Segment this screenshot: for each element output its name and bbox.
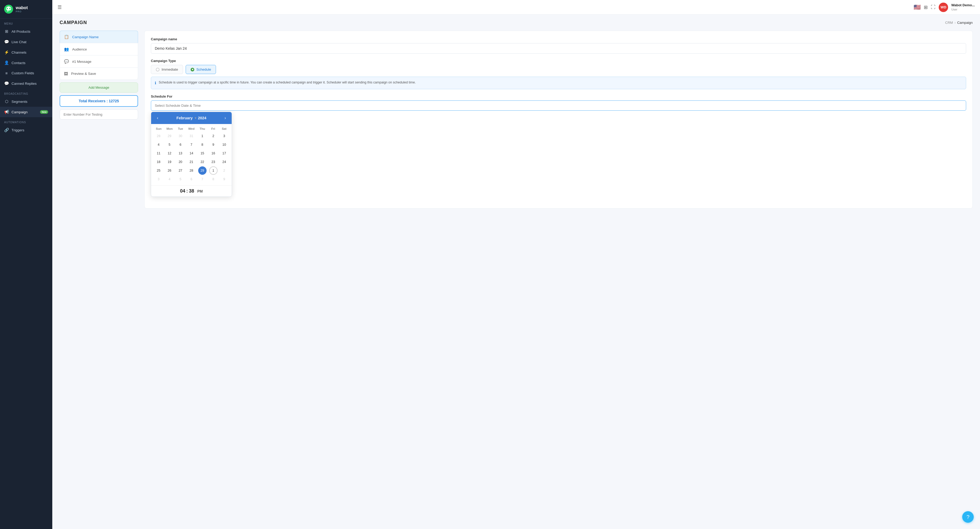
- support-button[interactable]: ?: [962, 511, 974, 523]
- user-avatar[interactable]: WD: [939, 3, 948, 12]
- cal-day[interactable]: 7: [187, 140, 196, 149]
- step-label: Audience: [72, 47, 87, 51]
- campaign-name-group: Campaign name: [151, 37, 966, 54]
- cal-day[interactable]: 22: [198, 158, 207, 166]
- cal-day[interactable]: 8: [198, 140, 207, 149]
- step-audience[interactable]: 👥 Audience: [60, 43, 138, 55]
- calendar-days-header: Sun Mon Tue Wed Thu Fri Sat: [153, 126, 229, 131]
- campaign-icon: 📢: [4, 110, 9, 114]
- calendar-prev-button[interactable]: ‹: [155, 115, 160, 121]
- sidebar-item-all-products[interactable]: ⊞ All Products: [0, 26, 52, 37]
- time-minutes[interactable]: 38: [189, 188, 194, 194]
- cal-day[interactable]: 7: [198, 175, 207, 183]
- cal-day[interactable]: 24: [220, 158, 229, 166]
- fullscreen-icon[interactable]: ⛶: [931, 5, 935, 10]
- cal-day[interactable]: 2: [209, 132, 218, 140]
- cal-day[interactable]: 4: [154, 140, 163, 149]
- cal-day[interactable]: 31: [187, 132, 196, 140]
- sidebar-item-campaign[interactable]: 📢 Campaign New: [0, 107, 52, 117]
- cal-day[interactable]: 1: [198, 132, 207, 140]
- cal-day[interactable]: 5: [165, 140, 173, 149]
- calendar-year: 2024: [198, 116, 206, 120]
- cal-day[interactable]: 30: [176, 132, 185, 140]
- user-info[interactable]: Wabot Demo... User: [951, 3, 975, 11]
- cal-day[interactable]: 27: [176, 166, 185, 175]
- page-area: CAMPAIGN CRM › Campaign 📋 Campaign Name …: [52, 14, 980, 529]
- time-ampm[interactable]: PM: [197, 189, 203, 193]
- cal-day[interactable]: 13: [176, 149, 185, 158]
- time-hours[interactable]: 04: [180, 188, 185, 194]
- sidebar-item-channels[interactable]: ⚡ Channels: [0, 47, 52, 57]
- cal-day[interactable]: 2: [220, 166, 229, 175]
- cal-day[interactable]: 16: [209, 149, 218, 158]
- campaign-type-radio-group: Immediate Schedule: [151, 65, 966, 74]
- sidebar-item-label: Custom Fields: [11, 71, 34, 75]
- cal-day[interactable]: 21: [187, 158, 196, 166]
- day-header-thu: Thu: [197, 127, 208, 130]
- cal-day[interactable]: 6: [187, 175, 196, 183]
- add-message-button[interactable]: Add Message: [60, 83, 138, 92]
- campaign-layout: 📋 Campaign Name 👥 Audience 💬 #1 Message …: [60, 30, 973, 209]
- sidebar-item-live-chat[interactable]: 💬 Live Chat: [0, 37, 52, 47]
- cal-day[interactable]: 18: [154, 158, 163, 166]
- cal-day-today[interactable]: 29: [198, 166, 207, 175]
- cal-day[interactable]: 28: [187, 166, 196, 175]
- time-colon: :: [186, 188, 188, 194]
- cal-day[interactable]: 9: [209, 140, 218, 149]
- radio-schedule[interactable]: Schedule: [186, 65, 216, 74]
- steps-panel: 📋 Campaign Name 👥 Audience 💬 #1 Message …: [60, 30, 138, 120]
- total-receivers-button[interactable]: Total Receivers : 12725: [60, 95, 138, 107]
- calendar-popup: ‹ February ▾ 2024 › Sun Mon: [151, 112, 232, 197]
- campaign-name-input[interactable]: [151, 43, 966, 54]
- radio-immediate[interactable]: Immediate: [151, 65, 183, 74]
- cal-day[interactable]: 25: [154, 166, 163, 175]
- apps-grid-icon[interactable]: ⊞: [924, 5, 928, 10]
- cal-day[interactable]: 23: [209, 158, 218, 166]
- immediate-label: Immediate: [162, 67, 178, 72]
- cal-day[interactable]: 6: [176, 140, 185, 149]
- form-panel: Campaign name Campaign Type Immediate Sc…: [144, 30, 973, 209]
- step-preview-save[interactable]: 🖼 Preview & Save: [60, 67, 138, 80]
- sidebar-item-canned-replies[interactable]: 💬 Canned Replies: [0, 78, 52, 89]
- day-header-sat: Sat: [219, 127, 229, 130]
- cal-day[interactable]: 11: [154, 149, 163, 158]
- step-campaign-name[interactable]: 📋 Campaign Name: [60, 30, 138, 43]
- sidebar-item-label: Triggers: [11, 128, 24, 132]
- step-label: Campaign Name: [72, 35, 99, 39]
- grid-icon: ⊞: [4, 29, 9, 34]
- schedule-for-group: Schedule For ‹ February ▾ 2024: [151, 94, 966, 197]
- cal-day[interactable]: 9: [220, 175, 229, 183]
- day-header-sun: Sun: [153, 127, 164, 130]
- cal-day[interactable]: 20: [176, 158, 185, 166]
- hamburger-button[interactable]: ☰: [57, 5, 62, 10]
- cal-day[interactable]: 19: [165, 158, 173, 166]
- test-number-input[interactable]: [60, 109, 138, 120]
- cal-day[interactable]: 8: [209, 175, 218, 183]
- language-flag[interactable]: 🇺🇸: [913, 4, 921, 11]
- cal-day[interactable]: 15: [198, 149, 207, 158]
- info-icon: ℹ: [155, 80, 156, 86]
- sidebar-item-custom-fields[interactable]: ≡ Custom Fields: [0, 68, 52, 78]
- cal-day[interactable]: 17: [220, 149, 229, 158]
- cal-day[interactable]: 1: [209, 166, 218, 175]
- cal-day[interactable]: 4: [165, 175, 173, 183]
- step-label: Preview & Save: [71, 72, 96, 76]
- schedule-date-input[interactable]: [151, 100, 966, 111]
- cal-day[interactable]: 3: [154, 175, 163, 183]
- cal-day[interactable]: 12: [165, 149, 173, 158]
- step-message[interactable]: 💬 #1 Message: [60, 55, 138, 67]
- sidebar-item-triggers[interactable]: 🔗 Triggers: [0, 125, 52, 135]
- cal-day[interactable]: 14: [187, 149, 196, 158]
- calendar-month: February: [177, 116, 193, 120]
- cal-day[interactable]: 10: [220, 140, 229, 149]
- sidebar-item-segments[interactable]: ⬡ Segments: [0, 96, 52, 107]
- cal-day[interactable]: 5: [176, 175, 185, 183]
- calendar-next-button[interactable]: ›: [223, 115, 228, 121]
- sidebar-item-label: Channels: [11, 51, 26, 54]
- cal-day[interactable]: 29: [165, 132, 173, 140]
- sidebar-item-contacts[interactable]: 👤 Contacts: [0, 57, 52, 68]
- cal-day[interactable]: 28: [154, 132, 163, 140]
- cal-day[interactable]: 26: [165, 166, 173, 175]
- cal-day[interactable]: 3: [220, 132, 229, 140]
- month-dropdown-icon[interactable]: ▾: [195, 116, 196, 120]
